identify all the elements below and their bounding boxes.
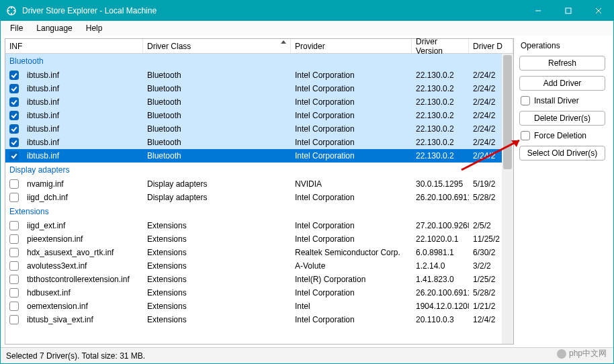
scrollbar-thumb[interactable]: [503, 55, 512, 169]
checkbox-icon[interactable]: [521, 96, 530, 105]
menu-language[interactable]: Language: [30, 22, 79, 34]
cell-version: 27.20.100.9268: [412, 221, 469, 230]
cell-version: 22.130.0.2: [412, 97, 469, 107]
table-row[interactable]: ibtusb.inf Bluetooth Intel Corporation 2…: [5, 69, 513, 82]
minimize-button[interactable]: [523, 1, 553, 21]
install-driver-checkbox[interactable]: Install Driver: [521, 96, 608, 105]
column-date[interactable]: Driver D: [469, 39, 513, 53]
cell-version: 20.110.0.3: [412, 315, 469, 324]
watermark: php中文网: [557, 348, 607, 359]
cell-inf: ibtusb.inf: [23, 151, 143, 161]
cell-inf: hdbusext.inf: [23, 288, 143, 298]
force-deletion-checkbox[interactable]: Force Deletion: [521, 131, 608, 140]
table-row[interactable]: ibtusb.inf Bluetooth Intel Corporation 2…: [5, 95, 513, 109]
table-header: INF Driver Class Provider Driver Version…: [5, 39, 513, 54]
cell-provider: Intel Corporation: [291, 193, 412, 202]
checkbox-icon[interactable]: [9, 138, 19, 147]
menu-file[interactable]: File: [3, 22, 30, 34]
add-driver-button[interactable]: Add Driver: [519, 76, 605, 91]
maximize-button[interactable]: [553, 1, 583, 21]
checkbox-icon[interactable]: [9, 124, 19, 134]
cell-provider: A-Volute: [291, 261, 412, 271]
cell-provider: Realtek Semiconductor Corp.: [291, 248, 412, 257]
cell-inf: ibtusb.inf: [23, 97, 143, 107]
column-version[interactable]: Driver Version: [412, 39, 469, 53]
table-row[interactable]: pieextension.inf Extensions Intel Corpor…: [5, 232, 513, 246]
checkbox-icon[interactable]: [9, 84, 19, 93]
cell-class: Bluetooth: [143, 111, 291, 120]
content-area: INF Driver Class Provider Driver Version…: [1, 36, 613, 347]
refresh-button[interactable]: Refresh: [519, 56, 605, 71]
checkbox-icon[interactable]: [9, 179, 19, 189]
statusbar: Selected 7 Driver(s). Total size: 31 MB.: [1, 347, 613, 363]
column-provider[interactable]: Provider: [291, 39, 412, 53]
cell-class: Bluetooth: [143, 97, 291, 107]
column-driver-class[interactable]: Driver Class: [143, 39, 291, 53]
cell-class: Bluetooth: [143, 124, 291, 134]
table-row[interactable]: ibtusb.inf Bluetooth Intel Corporation 2…: [5, 82, 513, 95]
checkbox-icon[interactable]: [9, 193, 19, 202]
cell-class: Display adapters: [143, 193, 291, 202]
cell-class: Extensions: [143, 248, 291, 257]
checkbox-icon[interactable]: [9, 288, 19, 298]
table-row[interactable]: oemextension.inf Extensions Intel 1904.1…: [5, 300, 513, 313]
close-button[interactable]: [583, 1, 613, 21]
checkbox-icon[interactable]: [9, 302, 19, 311]
delete-drivers-button[interactable]: Delete Driver(s): [519, 111, 605, 126]
checkbox-icon[interactable]: [521, 131, 530, 140]
cell-inf: avolutess3ext.inf: [23, 261, 143, 271]
checkbox-icon[interactable]: [9, 111, 19, 120]
cell-provider: Intel Corporation: [291, 84, 412, 93]
cell-provider: Intel Corporation: [291, 234, 412, 244]
cell-version: 1.2.14.0: [412, 261, 469, 271]
table-row[interactable]: avolutess3ext.inf Extensions A-Volute 1.…: [5, 259, 513, 273]
cell-version: 22.130.0.2: [412, 84, 469, 93]
cell-class: Extensions: [143, 234, 291, 244]
cell-inf: oemextension.inf: [23, 302, 143, 311]
cell-provider: Intel Corporation: [291, 97, 412, 107]
menu-help[interactable]: Help: [79, 22, 109, 34]
cell-provider: Intel(R) Corporation: [291, 275, 412, 284]
cell-provider: Intel Corporation: [291, 288, 412, 298]
vertical-scrollbar[interactable]: [502, 54, 513, 344]
select-old-drivers-button[interactable]: Select Old Driver(s): [519, 146, 605, 161]
table-row[interactable]: ibtusb.inf Bluetooth Intel Corporation 2…: [5, 109, 513, 122]
cell-provider: Intel Corporation: [291, 221, 412, 230]
checkbox-icon[interactable]: [9, 315, 19, 324]
table-row[interactable]: ibtusb.inf Bluetooth Intel Corporation 2…: [5, 149, 513, 163]
cell-class: Display adapters: [143, 179, 291, 189]
cell-class: Extensions: [143, 221, 291, 230]
cell-inf: ibtusb.inf: [23, 124, 143, 134]
table-row[interactable]: hdbusext.inf Extensions Intel Corporatio…: [5, 286, 513, 300]
cell-version: 6.0.8981.1: [412, 248, 469, 257]
checkbox-icon[interactable]: [9, 71, 19, 80]
cell-version: 22.130.0.2: [412, 124, 469, 134]
checkbox-icon[interactable]: [9, 151, 19, 161]
table-row[interactable]: ibtusb.inf Bluetooth Intel Corporation 2…: [5, 136, 513, 149]
cell-provider: Intel Corporation: [291, 315, 412, 324]
group-display-adapters[interactable]: Display adapters: [5, 163, 513, 177]
cell-version: 26.20.100.6911: [412, 288, 469, 298]
table-row[interactable]: ibtusb_siva_ext.inf Extensions Intel Cor…: [5, 313, 513, 326]
watermark-logo-icon: [557, 349, 566, 359]
table-row[interactable]: iigd_dch.inf Display adapters Intel Corp…: [5, 191, 513, 204]
table-row[interactable]: ibtusb.inf Bluetooth Intel Corporation 2…: [5, 122, 513, 136]
checkbox-icon[interactable]: [9, 261, 19, 271]
checkbox-icon[interactable]: [9, 97, 19, 107]
checkbox-icon[interactable]: [9, 221, 19, 230]
checkbox-icon[interactable]: [9, 234, 19, 244]
cell-version: 22.130.0.2: [412, 138, 469, 147]
group-bluetooth[interactable]: Bluetooth: [5, 54, 513, 69]
cell-version: 30.0.15.1295: [412, 179, 469, 189]
group-extensions[interactable]: Extensions: [5, 204, 513, 219]
checkbox-icon[interactable]: [9, 248, 19, 257]
table-row[interactable]: nvamig.inf Display adapters NVIDIA 30.0.…: [5, 177, 513, 191]
column-inf[interactable]: INF: [5, 39, 143, 53]
table-body: Bluetooth ibtusb.inf Bluetooth Intel Cor…: [5, 54, 513, 344]
checkbox-icon[interactable]: [9, 275, 19, 284]
cell-class: Extensions: [143, 275, 291, 284]
cell-version: 22.1020.0.1: [412, 234, 469, 244]
table-row[interactable]: tbthostcontrollerextension.inf Extension…: [5, 273, 513, 286]
table-row[interactable]: iigd_ext.inf Extensions Intel Corporatio…: [5, 219, 513, 232]
table-row[interactable]: hdx_asusext_avo_rtk.inf Extensions Realt…: [5, 246, 513, 259]
